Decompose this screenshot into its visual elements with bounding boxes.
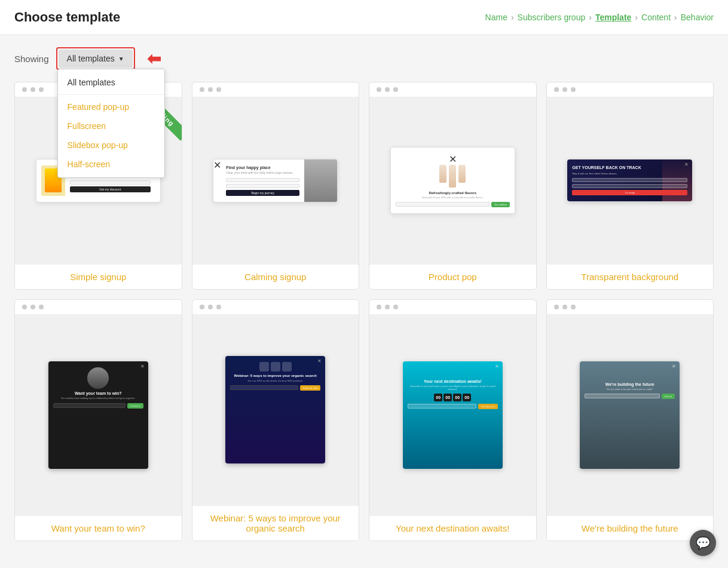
dot-3 — [571, 305, 576, 309]
card-header-calming — [192, 82, 359, 97]
ss-cta-btn: Get my discount — [70, 186, 151, 192]
template-card-future[interactable]: ✕ We're building the future Do you want … — [546, 299, 714, 541]
future-input-row: Join us — [585, 394, 675, 399]
card-footer-simple: Simple signup — [15, 264, 182, 289]
card-footer-destination: Your next destination awaits! — [369, 515, 536, 541]
dot-1 — [377, 87, 381, 92]
template-card-destination[interactable]: ✕ Your next destination awaits! Subscrib… — [369, 299, 537, 541]
cal-email-input — [226, 178, 299, 182]
dot-1 — [554, 305, 559, 309]
trans-name-input — [572, 178, 687, 182]
dot-2 — [208, 305, 213, 309]
future-title: We're building the future — [585, 382, 675, 386]
product-email-input — [396, 202, 490, 207]
dot-1 — [200, 305, 204, 309]
card-footer-future: We're building the future — [547, 515, 714, 541]
card-label-team: Want your team to win? — [51, 523, 145, 533]
card-label-future: We're building the future — [582, 523, 678, 533]
dot-3 — [393, 87, 398, 92]
breadcrumb-template[interactable]: Template — [595, 13, 631, 22]
webinar-icons — [230, 362, 320, 371]
card-footer-team: Want your team to win? — [15, 515, 182, 541]
dot-2 — [385, 87, 390, 92]
cal-cta-btn: Begin my journey — [226, 190, 299, 196]
transparent-preview: ✕ GET YOURSELF BACK ON TRACK Stay fit wi… — [567, 159, 692, 201]
breadcrumb-name[interactable]: Name — [485, 13, 507, 22]
cal-figure — [304, 159, 337, 202]
webinar-email-input — [230, 385, 298, 390]
team-avatar — [87, 367, 109, 389]
dot-2 — [30, 87, 35, 92]
countdown-ms: 00 — [463, 394, 471, 401]
cal-right-image — [304, 159, 337, 202]
countdown-minutes: 00 — [443, 394, 452, 401]
destination-preview: ✕ Your next destination awaits! Subscrib… — [403, 361, 503, 469]
showing-label: Showing — [14, 54, 49, 64]
chat-icon: 💬 — [696, 536, 711, 550]
dot-2 — [562, 305, 567, 309]
future-close-icon: ✕ — [672, 364, 676, 369]
product-text: Subscribe & save 20% with our favorite b… — [396, 196, 510, 199]
product-preview: ✕ Refreshingly-crafted flavors Subscribe… — [390, 147, 515, 214]
dot-1 — [200, 87, 204, 92]
cal-title: Find your happy place — [226, 165, 299, 170]
template-card-calming-signup[interactable]: ✕ Find your happy place Clear your mind … — [192, 82, 360, 290]
bottle-2 — [449, 165, 456, 188]
cal-name-input — [226, 184, 299, 188]
template-card-transparent-bg[interactable]: ✕ GET YOURSELF BACK ON TRACK Stay fit wi… — [546, 82, 714, 290]
webinar-close-icon: ✕ — [317, 358, 322, 364]
all-templates-dropdown[interactable]: All templates ▼ — [59, 50, 133, 67]
template-card-team-win[interactable]: ✕ Want your team to win? Our weekly team… — [14, 299, 182, 541]
card-header-transparent — [547, 82, 714, 97]
content-area: Showing All templates ▼ All templates Fe… — [0, 35, 728, 553]
templates-grid-row2: ✕ Want your team to win? Our weekly team… — [14, 299, 714, 541]
breadcrumb-sep-2: › — [589, 13, 592, 22]
dropdown-item-all[interactable]: All templates — [58, 73, 164, 92]
template-card-webinar[interactable]: ✕ Webinar: 5 ways to improve your organi… — [192, 299, 360, 541]
card-footer-transparent: Transparent background — [547, 264, 714, 289]
ss-email-input — [70, 180, 151, 185]
future-preview: ✕ We're building the future Do you want … — [580, 361, 680, 469]
webinar-text: Join our CRO as she shares the best SEO … — [230, 379, 320, 382]
trans-text: Stay fit with our free online fitness cl… — [572, 172, 687, 175]
bottle-1 — [439, 165, 446, 183]
page-title: Choose template — [14, 10, 120, 25]
future-text: Do you want to be part of and join us ea… — [585, 388, 675, 391]
trans-title: GET YOURSELF BACK ON TRACK — [572, 165, 687, 170]
dest-cta-btn: Get discount — [478, 404, 497, 409]
dropdown-item-featured[interactable]: Featured pop-up — [58, 97, 164, 116]
webinar-title: Webinar: 5 ways to improve your organic … — [230, 374, 320, 378]
card-footer-calming: Calming signup — [192, 264, 359, 289]
team-text: Our weekly team-building tips to relatio… — [53, 397, 143, 400]
template-card-product-pop[interactable]: ✕ Refreshingly-crafted flavors Subscribe… — [369, 82, 537, 290]
breadcrumb-subscribers[interactable]: Subscribers group — [518, 13, 586, 22]
product-title: Refreshingly-crafted flavors — [396, 191, 510, 195]
dropdown-item-slidebox[interactable]: Slidebox pop-up — [58, 136, 164, 155]
card-header-webinar — [192, 300, 359, 314]
card-preview-webinar: ✕ Webinar: 5 ways to improve your organi… — [192, 314, 359, 505]
calming-preview: ✕ Find your happy place Clear your mind … — [213, 159, 338, 202]
card-label-webinar: Webinar: 5 ways to improve your organic … — [210, 513, 341, 533]
dropdown-item-halfscreen[interactable]: Half-screen — [58, 155, 164, 174]
card-header-product — [369, 82, 536, 97]
dest-input-row: Get discount — [408, 404, 498, 409]
dot-3 — [571, 87, 576, 92]
breadcrumb-behavior[interactable]: Behavior — [681, 13, 714, 22]
breadcrumb-content[interactable]: Content — [641, 13, 671, 22]
team-title: Want your team to win? — [53, 391, 143, 395]
card-preview-transparent: ✕ GET YOURSELF BACK ON TRACK Stay fit wi… — [547, 97, 714, 264]
dropdown-item-fullscreen[interactable]: Fullscreen — [58, 116, 164, 136]
dot-2 — [30, 305, 35, 309]
filter-dropdown-wrapper: All templates ▼ All templates Featured p… — [56, 47, 135, 70]
product-bottles — [396, 165, 510, 188]
chat-button[interactable]: 💬 — [690, 530, 716, 553]
card-header-team — [15, 300, 182, 314]
dot-3 — [39, 305, 44, 309]
breadcrumb-sep-1: › — [511, 13, 514, 22]
dot-3 — [216, 87, 221, 92]
w-icon-1 — [259, 362, 269, 371]
card-label-calming: Calming signup — [244, 272, 306, 282]
dot-3 — [393, 305, 398, 309]
team-close-icon: ✕ — [140, 364, 145, 369]
future-email-input — [585, 394, 659, 398]
